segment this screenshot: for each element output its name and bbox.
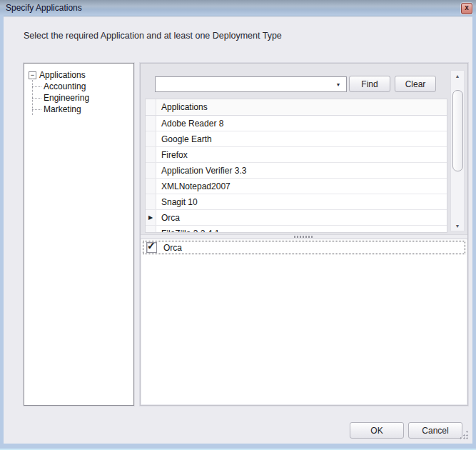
row-indicator-header — [146, 99, 156, 115]
window-frame-bottom — [0, 444, 476, 450]
applications-panel: ▼ Find Clear Applications Adobe Reader 8 — [140, 63, 468, 406]
scroll-up-icon[interactable]: ▲ — [451, 71, 464, 81]
search-combo-input[interactable] — [157, 78, 331, 92]
tree-node-marketing[interactable]: Marketing — [32, 104, 131, 115]
row-indicator — [146, 179, 156, 194]
tree-child-label: Accounting — [44, 81, 86, 91]
tree-children: Accounting Engineering Marketing — [32, 81, 131, 115]
row-indicator — [146, 226, 156, 233]
application-name: Google Earth — [156, 134, 212, 144]
scrollbar-thumb[interactable] — [452, 90, 463, 171]
table-row[interactable]: Google Earth — [146, 131, 447, 147]
table-row-selected[interactable]: ▶ Orca — [146, 210, 447, 226]
window-frame-left — [0, 16, 4, 444]
deployment-item-orca[interactable]: ✓ Orca — [143, 241, 465, 254]
panel-splitter[interactable] — [141, 234, 467, 239]
table-scrollbar[interactable]: ▲ ▼ — [450, 70, 465, 231]
tree-node-applications[interactable]: − Applications — [29, 69, 131, 81]
specify-applications-dialog: Specify Applications x Select the requir… — [0, 0, 476, 450]
row-indicator — [146, 131, 156, 146]
application-name: XMLNotepad2007 — [156, 181, 231, 191]
splitter-grip — [294, 236, 314, 238]
applications-column-header: Applications — [156, 102, 208, 112]
application-name: Application Verifier 3.3 — [156, 166, 246, 176]
table-row[interactable]: XMLNotepad2007 — [146, 179, 447, 194]
tree-child-label: Engineering — [44, 93, 89, 103]
table-row[interactable]: Application Verifier 3.3 — [146, 163, 447, 179]
table-header-row: Applications — [146, 99, 447, 116]
tree-child-label: Marketing — [44, 104, 81, 114]
ok-button[interactable]: OK — [350, 422, 404, 439]
window-frame-right — [472, 16, 476, 444]
application-name: Snagit 10 — [156, 197, 198, 207]
application-name: Firefox — [156, 150, 188, 160]
titlebar: Specify Applications x — [0, 0, 476, 16]
instruction-text: Select the required Application and at l… — [24, 31, 282, 41]
table-row[interactable]: FileZilla 3.2.4.1 — [146, 226, 447, 233]
scroll-down-icon[interactable]: ▼ — [451, 221, 464, 231]
table-row[interactable]: Firefox — [146, 147, 447, 163]
search-strip: ▼ Find Clear — [141, 64, 467, 99]
row-indicator-icon: ▶ — [146, 210, 156, 225]
tree-root-label: Applications — [39, 70, 86, 80]
search-combo[interactable]: ▼ — [155, 76, 347, 92]
row-indicator — [146, 163, 156, 178]
application-name: Orca — [156, 213, 180, 223]
resize-grip[interactable] — [460, 431, 468, 439]
cancel-button[interactable]: Cancel — [408, 422, 462, 439]
clear-button[interactable]: Clear — [395, 76, 436, 92]
applications-table: Applications Adobe Reader 8 Google Earth… — [145, 99, 447, 233]
application-name: Adobe Reader 8 — [156, 119, 223, 129]
dropdown-arrow-icon[interactable]: ▼ — [332, 78, 345, 91]
tree-node-engineering[interactable]: Engineering — [32, 92, 131, 104]
table-row[interactable]: Snagit 10 — [146, 194, 447, 210]
table-row[interactable]: Adobe Reader 8 — [146, 116, 447, 131]
search-and-table-area: ▼ Find Clear Applications Adobe Reader 8 — [141, 64, 467, 234]
row-indicator — [146, 116, 156, 131]
find-button[interactable]: Find — [349, 76, 390, 92]
application-name: FileZilla 3.2.4.1 — [156, 229, 219, 234]
deployment-type-list: ✓ Orca — [141, 239, 467, 404]
tree-node-accounting[interactable]: Accounting — [32, 81, 131, 92]
close-icon: x — [465, 4, 469, 11]
checkmark-icon: ✓ — [147, 240, 156, 251]
window-title: Specify Applications — [6, 0, 82, 16]
row-indicator — [146, 147, 156, 162]
collapse-expander-icon[interactable]: − — [29, 71, 36, 79]
deployment-item-label: Orca — [163, 243, 182, 253]
checkbox-checked[interactable]: ✓ — [146, 242, 157, 253]
close-button[interactable]: x — [461, 3, 472, 14]
applications-tree-panel: − Applications Accounting Engineering Ma… — [24, 63, 134, 406]
row-indicator — [146, 194, 156, 209]
